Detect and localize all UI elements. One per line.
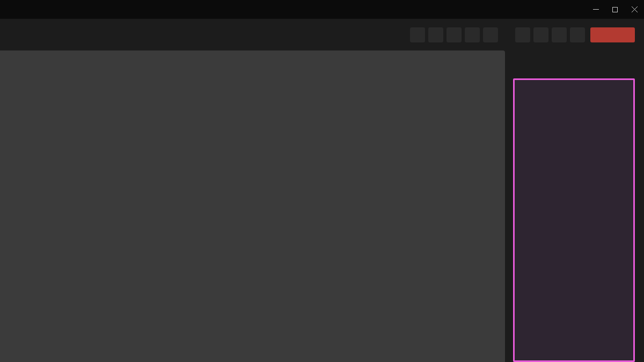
close-button[interactable] xyxy=(625,0,644,19)
toolbar-button-a1[interactable] xyxy=(410,27,425,42)
toolbar-button-b3[interactable] xyxy=(552,27,567,42)
main-area xyxy=(0,50,644,362)
maximize-button[interactable] xyxy=(605,0,625,19)
toolbar-button-a4[interactable] xyxy=(465,27,480,42)
toolbar-primary-button[interactable] xyxy=(590,27,635,42)
toolbar-button-a5[interactable] xyxy=(483,27,498,42)
toolbar-button-a3[interactable] xyxy=(447,27,462,42)
toolbar-button-a2[interactable] xyxy=(428,27,443,42)
svg-rect-1 xyxy=(613,7,618,12)
title-bar xyxy=(0,0,644,19)
canvas[interactable] xyxy=(0,50,505,362)
minimize-button[interactable] xyxy=(586,0,605,19)
app-window xyxy=(0,0,644,362)
toolbar xyxy=(0,19,644,50)
toolbar-button-b4[interactable] xyxy=(570,27,585,42)
window-controls xyxy=(586,0,644,19)
toolbar-button-b2[interactable] xyxy=(533,27,548,42)
side-panel[interactable] xyxy=(513,78,635,362)
toolbar-button-b1[interactable] xyxy=(515,27,530,42)
